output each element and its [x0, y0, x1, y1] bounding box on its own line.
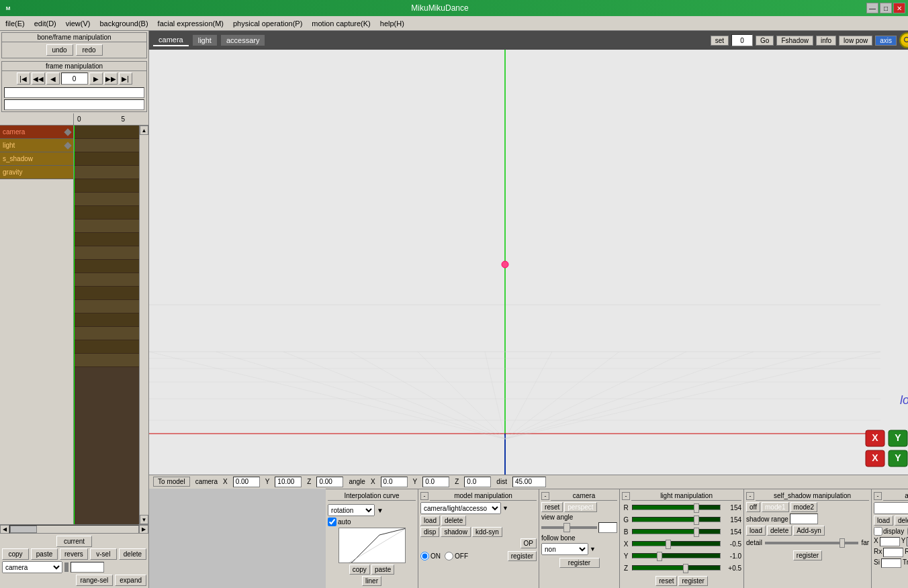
r-slider-handle[interactable] — [694, 503, 699, 513]
scroll-down-btn[interactable]: ▼ — [140, 515, 148, 524]
rotate-x-icon[interactable]: X — [864, 429, 886, 448]
h-scrollbar-track[interactable] — [9, 525, 139, 534]
display-checkbox[interactable] — [874, 527, 882, 536]
track-row-16[interactable] — [74, 327, 139, 340]
track-row-gravity[interactable] — [74, 166, 139, 179]
light-reset-button[interactable]: reset — [655, 576, 677, 586]
r-slider[interactable] — [632, 505, 721, 510]
y-slider[interactable] — [632, 553, 721, 558]
track-row-11[interactable] — [74, 260, 139, 273]
track-row-13[interactable] — [74, 287, 139, 300]
b-slider[interactable] — [632, 529, 721, 534]
shadow-add-syn-button[interactable]: Add-syn — [793, 526, 825, 536]
timeline-scrollbar[interactable]: ▲ ▼ — [139, 126, 148, 524]
track-row-s-shadow[interactable] — [74, 152, 139, 166]
track-row-light[interactable] — [74, 139, 139, 152]
shadow-off-button[interactable]: off — [746, 502, 760, 512]
delete-button[interactable]: delete — [119, 548, 146, 560]
interp-liner-button[interactable]: liner — [362, 576, 381, 586]
track-row-8[interactable] — [74, 219, 139, 233]
move-y-icon[interactable]: Y — [887, 449, 908, 468]
view-angle-slider[interactable] — [541, 526, 597, 529]
shadow-delete-button[interactable]: delete — [767, 526, 792, 536]
shadow-mode1-button[interactable]: mode1 — [762, 502, 789, 512]
model-register-button[interactable]: register — [508, 551, 537, 561]
detail-slider[interactable] — [765, 542, 858, 544]
frame-next-btn[interactable]: ▶ — [89, 72, 103, 85]
interp-type-select[interactable]: rotation — [328, 504, 375, 516]
tab-camera[interactable]: camera — [153, 34, 189, 46]
g-slider[interactable] — [632, 517, 721, 522]
track-row-5[interactable] — [74, 179, 139, 193]
shadow-load-button[interactable]: load — [746, 526, 766, 536]
model-delete-button[interactable]: delete — [441, 516, 466, 526]
interp-copy-button[interactable]: copy — [349, 565, 370, 575]
accessory-panel-collapse[interactable]: - — [874, 492, 882, 500]
menu-edit[interactable]: edit(D) — [30, 18, 60, 29]
frame-prev-big-btn[interactable]: ◀◀ — [32, 72, 45, 85]
view-angle-input[interactable]: 30 — [598, 522, 617, 533]
x-slider[interactable] — [632, 541, 721, 546]
auto-checkbox[interactable] — [328, 518, 336, 526]
light-manip-collapse[interactable]: - — [622, 492, 630, 500]
disp-button[interactable]: disp — [420, 527, 439, 537]
y-slider-handle[interactable] — [657, 552, 662, 561]
shadow-register-button[interactable]: register — [793, 550, 822, 560]
menu-view[interactable]: view(V) — [62, 18, 95, 29]
camera-perspect-button[interactable]: perspect — [564, 502, 596, 512]
track-row-9[interactable] — [74, 233, 139, 246]
track-row-17[interactable] — [74, 340, 139, 354]
search-icon[interactable] — [899, 32, 908, 48]
track-row-12[interactable] — [74, 273, 139, 287]
track-row-10[interactable] — [74, 246, 139, 260]
menu-file[interactable]: file(E) — [1, 18, 29, 29]
menu-facial[interactable]: facial expression(M) — [154, 18, 228, 29]
paste-button[interactable]: paste — [31, 548, 58, 560]
z-slider-handle[interactable] — [683, 564, 688, 573]
info-button[interactable]: info — [816, 36, 836, 46]
light-register-button[interactable]: register — [678, 576, 707, 586]
menu-background[interactable]: background(B) — [95, 18, 152, 29]
set-button[interactable]: set — [711, 36, 729, 46]
acc-si-input[interactable] — [881, 558, 901, 568]
view-angle-slider-handle[interactable] — [563, 523, 570, 532]
low-pow-button[interactable]: low pow — [839, 36, 872, 46]
track-row-7[interactable] — [74, 206, 139, 219]
frame-prev-btn[interactable]: ◀ — [46, 72, 60, 85]
model-load-button[interactable]: load — [420, 516, 440, 526]
shadow-button[interactable]: shadow — [441, 527, 470, 537]
menu-help[interactable]: help(H) — [376, 18, 408, 29]
menu-motion[interactable]: motion capture(K) — [308, 18, 374, 29]
track-row-14[interactable] — [74, 300, 139, 313]
timeline-h-scrollbar[interactable]: ◀ ▶ — [0, 524, 148, 534]
rotate-y-icon[interactable]: Y — [887, 429, 908, 448]
model-value-input[interactable] — [71, 562, 104, 573]
tab-light[interactable]: light — [193, 35, 217, 46]
fshadow-button[interactable]: Fshadow — [776, 36, 813, 46]
follow-bone-select[interactable]: non — [541, 543, 588, 555]
acc-rx-input[interactable] — [883, 548, 903, 557]
model-select-dropdown[interactable]: camera — [2, 561, 62, 573]
expand-button[interactable]: expand — [115, 575, 146, 586]
copy-button[interactable]: copy — [2, 548, 29, 560]
move-x-icon[interactable]: X — [864, 449, 886, 468]
frame-label-input[interactable] — [4, 87, 144, 98]
viewport-frame-input[interactable]: 0 — [731, 34, 753, 46]
close-button[interactable]: ✕ — [893, 3, 905, 13]
op-button[interactable]: OP — [520, 538, 537, 548]
axis-button[interactable]: axis — [875, 36, 897, 46]
track-row-6[interactable] — [74, 193, 139, 206]
go-button[interactable]: Go — [756, 36, 774, 46]
scroll-up-btn[interactable]: ▲ — [140, 126, 148, 135]
minimize-button[interactable]: — — [866, 3, 878, 13]
accessory-delete-button[interactable]: delete — [895, 516, 908, 526]
detail-slider-handle[interactable] — [839, 538, 845, 548]
off-radio[interactable] — [445, 552, 453, 560]
g-slider-handle[interactable] — [694, 516, 699, 525]
track-row-15[interactable] — [74, 313, 139, 327]
camera-register-button[interactable]: register — [559, 558, 600, 568]
maximize-button[interactable]: □ — [880, 3, 892, 13]
scroll-left-btn[interactable]: ◀ — [0, 525, 9, 534]
frame-first-btn[interactable]: |◀ — [17, 72, 30, 85]
undo-button[interactable]: undo — [46, 44, 73, 56]
